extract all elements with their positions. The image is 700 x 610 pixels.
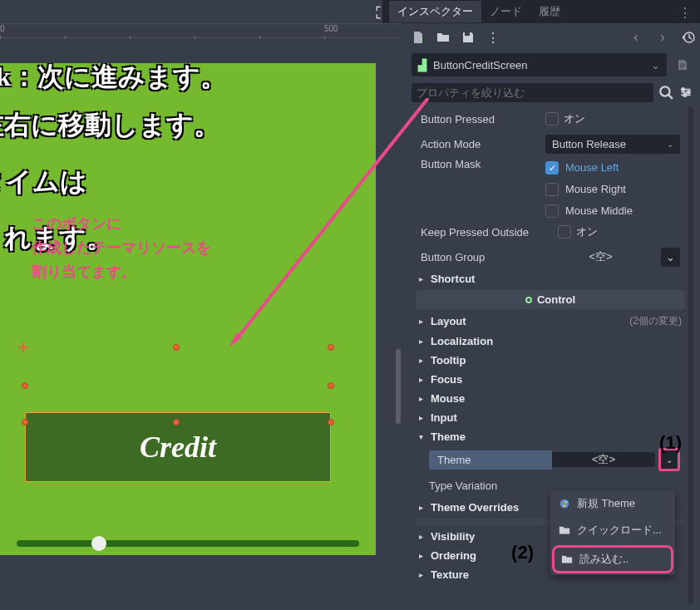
selection-origin-icon [18, 342, 28, 352]
prop-button-mask: Button Mask Mouse Left Mouse Right Mouse… [416, 156, 685, 219]
prop-button-group: Button Group <空>⌄ [416, 244, 685, 269]
prop-theme: Theme <空> ⌄ [416, 446, 685, 473]
ruler-horizontal: 0 500 [0, 23, 402, 38]
svg-point-3 [688, 91, 690, 93]
section-shortcut[interactable]: ▸Shortcut [416, 269, 685, 288]
save-icon[interactable] [461, 31, 475, 44]
chevron-down-icon: ⌄ [666, 455, 673, 465]
selection-handle[interactable] [328, 382, 334, 389]
history-forward-icon[interactable]: › [655, 30, 670, 45]
section-layout[interactable]: ▸Layout(2個の変更) [416, 311, 685, 332]
overflow-menu-icon[interactable]: ⋮ [678, 5, 692, 21]
svg-point-8 [564, 504, 566, 507]
new-resource-icon[interactable] [412, 31, 425, 44]
control-icon [525, 297, 532, 303]
prop-action-mode: Action Mode Button Release⌄ [416, 131, 685, 156]
game-text-3: のタイムは [0, 161, 87, 201]
tab-node[interactable]: ノード [481, 1, 530, 22]
folder-icon [561, 553, 573, 565]
checkbox[interactable] [558, 225, 571, 239]
selection-handle[interactable] [328, 419, 334, 426]
popup-new-theme[interactable]: 新規 Theme [550, 490, 675, 517]
checkbox[interactable] [545, 112, 559, 125]
canvas-scrollbar[interactable] [396, 349, 401, 424]
viewport-panel: 0 500 Click：次に進みます。 を左右に移動します。 のタイムは 示され… [0, 0, 402, 610]
svg-point-2 [682, 88, 684, 91]
slider-track[interactable] [17, 540, 359, 547]
theme-icon [559, 498, 570, 509]
dock-tabs: インスペクター ノード 履歴 ⋮ [382, 0, 700, 23]
chevron-down-icon: ⌄ [651, 59, 660, 71]
section-tooltip[interactable]: ▸Tooltip [416, 351, 685, 370]
chevron-down-icon: ⌄ [667, 140, 673, 149]
annotation-1: (1) [659, 432, 682, 454]
popup-load[interactable]: 読み込む.. [552, 545, 673, 573]
selection-handle[interactable] [22, 382, 28, 389]
inspector-toolbar: ⋮ ‹ › [412, 25, 695, 50]
chevron-down-icon[interactable]: ⌄ [661, 248, 680, 267]
game-text-2: を左右に移動します。 [0, 105, 220, 145]
section-mouse[interactable]: ▸Mouse [416, 389, 685, 408]
canvas-2d[interactable]: Click：次に進みます。 を左右に移動します。 のタイムは 示されます。 Cr… [0, 63, 376, 555]
selection-handle[interactable] [328, 344, 334, 351]
selection-handle[interactable] [173, 344, 180, 351]
popup-quick-load[interactable]: クイックロード... [550, 517, 675, 544]
history-icon[interactable] [682, 31, 695, 44]
game-text-1: Click：次に進みます。 [0, 63, 227, 96]
annotation-text: このボタンに 作成したテーマリソースを 割り当てます。 [32, 212, 211, 283]
folder-icon [559, 524, 570, 536]
prop-button-pressed: Button Pressed オン [416, 106, 685, 131]
node-type-icon: ▟ [418, 59, 426, 71]
node-name: ButtonCreditScreen [433, 59, 527, 71]
svg-point-1 [660, 86, 669, 96]
selection-handle[interactable] [22, 419, 28, 426]
svg-point-7 [564, 501, 567, 504]
checkbox-mouse-middle[interactable] [545, 204, 559, 218]
group-control[interactable]: Control [416, 290, 685, 309]
section-theme[interactable]: ▾Theme [416, 427, 685, 446]
resource-popup-menu: 新規 Theme クイックロード... 読み込む.. [550, 490, 675, 575]
kebab-menu-icon[interactable]: ⋮ [486, 30, 500, 46]
open-docs-icon[interactable] [672, 53, 693, 76]
search-icon[interactable] [658, 85, 673, 100]
action-mode-dropdown[interactable]: Button Release⌄ [545, 135, 680, 154]
checkbox-mouse-right[interactable] [545, 183, 559, 196]
filter-input[interactable] [412, 83, 653, 102]
prop-keep-pressed: Keep Pressed Outside オン [416, 219, 685, 244]
inspector-scrollbar[interactable] [688, 106, 693, 605]
annotation-2: (2) [511, 542, 534, 563]
settings-icon[interactable] [678, 85, 693, 100]
svg-point-4 [683, 94, 686, 96]
history-back-icon[interactable]: ‹ [629, 30, 643, 45]
selection-handle[interactable] [173, 419, 180, 426]
tab-inspector[interactable]: インスペクター [389, 1, 481, 22]
section-focus[interactable]: ▸Focus [416, 370, 685, 389]
section-localization[interactable]: ▸Localization [416, 332, 685, 351]
filter-bar [412, 81, 693, 103]
tab-history[interactable]: 履歴 [530, 1, 569, 22]
open-icon[interactable] [436, 31, 450, 44]
section-input[interactable]: ▸Input [416, 408, 685, 427]
svg-point-6 [562, 501, 564, 504]
slider-thumb[interactable] [91, 536, 106, 551]
node-picker[interactable]: ▟ ButtonCreditScreen ⌄ [412, 53, 667, 76]
checkbox-mouse-left[interactable] [545, 161, 559, 175]
credit-button-label: Credit [140, 430, 216, 465]
